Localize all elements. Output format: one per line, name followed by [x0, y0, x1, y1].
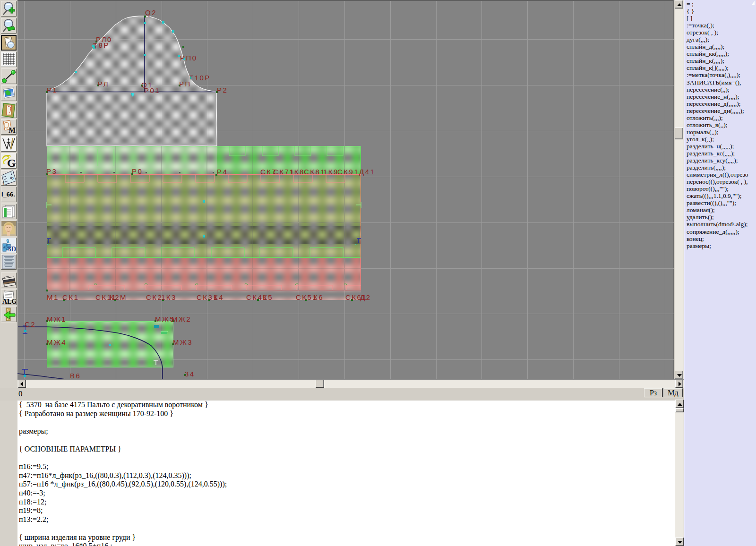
svg-text:ALG: ALG: [2, 298, 16, 305]
svg-text:МЖ2: МЖ2: [172, 315, 191, 323]
svg-text:К4: К4: [214, 293, 224, 301]
svg-text:Q2: Q2: [145, 9, 157, 17]
svg-text:Д41: Д41: [359, 168, 375, 176]
svg-text:1К9: 1К9: [323, 168, 339, 176]
svg-text:РП0: РП0: [180, 54, 198, 62]
svg-text:М1: М1: [47, 293, 59, 301]
svg-text:МЖ4: МЖ4: [47, 338, 67, 346]
svg-text:СК1: СК1: [62, 293, 79, 301]
svg-text:M: M: [9, 126, 16, 134]
svg-text:К2М: К2М: [110, 293, 127, 301]
svg-text:РЛ: РЛ: [98, 80, 109, 88]
svg-text:Р3: Р3: [46, 167, 57, 175]
svg-text:Т8Р: Т8Р: [93, 41, 110, 49]
svg-text:1К3: 1К3: [161, 293, 177, 301]
svg-text:СК81: СК81: [304, 168, 326, 176]
svg-text:": ": [355, 243, 357, 247]
svg-text:СК2: СК2: [146, 293, 163, 301]
svg-text:Р0: Р0: [132, 167, 143, 175]
svg-text:С2: С2: [25, 320, 36, 328]
svg-text:РП: РП: [179, 80, 191, 88]
svg-text:МЖ1: МЖ1: [47, 315, 67, 323]
svg-text:Р01: Р01: [144, 86, 160, 94]
svg-text:G: G: [7, 157, 16, 168]
svg-text:СК91: СК91: [337, 168, 359, 176]
svg-text:1К8: 1К8: [289, 168, 305, 176]
svg-text:К5: К5: [263, 293, 273, 301]
svg-text:МЖ3: МЖ3: [173, 338, 193, 346]
svg-text:": ": [47, 243, 49, 247]
svg-text:3D: 3D: [8, 245, 16, 253]
svg-text:Р2: Р2: [217, 86, 228, 94]
svg-text:Р1: Р1: [47, 86, 58, 94]
svg-text:34: 34: [185, 370, 195, 378]
svg-text:Д2: Д2: [360, 293, 371, 301]
svg-text:Р4: Р4: [217, 168, 228, 176]
svg-text:Т10Р: Т10Р: [189, 74, 211, 82]
svg-text:К6: К6: [313, 293, 324, 301]
svg-text:В6: В6: [70, 372, 81, 379]
